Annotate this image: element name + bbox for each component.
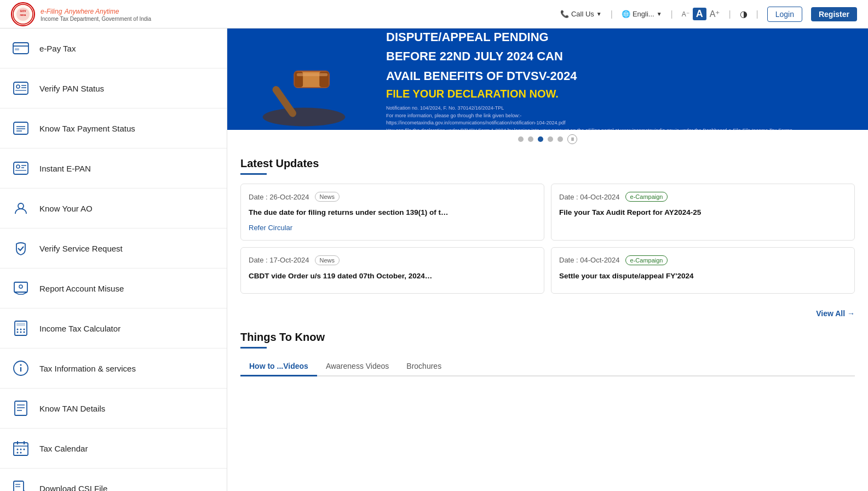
call-us-link[interactable]: 📞 Call Us ▼ — [560, 10, 602, 18]
sidebar-item-instant-epan[interactable]: Instant E-PAN — [0, 149, 227, 189]
sidebar-item-verify-service[interactable]: Verify Service Request — [0, 229, 227, 269]
income-calc-icon — [11, 318, 31, 338]
latest-updates-section: Latest Updates Date : 26-Oct-2024 News T… — [227, 149, 868, 307]
phone-icon: 📞 — [560, 10, 569, 18]
sidebar-item-know-your-ao[interactable]: Know Your AO — [0, 189, 227, 229]
login-button[interactable]: Login — [767, 7, 802, 22]
banner-title-line1: DISPUTE/APPEAL PENDING — [386, 30, 857, 45]
header: GOV INDIA e-Filing Anywhere Anytime Inco… — [0, 0, 868, 28]
latest-updates-underline — [240, 173, 267, 175]
tab-awareness-videos[interactable]: Awareness Videos — [317, 357, 398, 376]
instant-epan-icon — [11, 158, 31, 178]
things-to-know-underline — [240, 347, 267, 349]
language-selector[interactable]: 🌐 Engli... ▼ — [622, 10, 662, 18]
banner-dot-1[interactable] — [518, 136, 524, 142]
font-normal-button[interactable]: A — [693, 8, 706, 20]
sidebar-label-verify-pan: Verify PAN Status — [39, 84, 104, 93]
banner-dot-3[interactable] — [538, 136, 543, 142]
sidebar-item-verify-pan[interactable]: Verify PAN Status — [0, 68, 227, 109]
sidebar-item-income-calc[interactable]: Income Tax Calculator — [0, 309, 227, 349]
main-content: DISPUTE/APPEAL PENDING BEFORE 22ND JULY … — [227, 28, 868, 491]
logo-title-main: e-Filing — [41, 8, 62, 15]
news-grid: Date : 26-Oct-2024 News The due date for… — [240, 184, 855, 294]
contrast-toggle[interactable]: ◑ — [740, 9, 748, 19]
svg-rect-7 — [14, 82, 28, 94]
news-link-0[interactable]: Refer Circular — [249, 224, 292, 232]
banner-note3: https://incometaxindia.gov.in/communicat… — [386, 119, 857, 127]
things-to-know-section: Things To Know How to ...Videos Awarenes… — [227, 322, 868, 385]
things-to-know-title: Things To Know — [240, 331, 855, 344]
svg-point-32 — [17, 332, 19, 333]
news-badge-2: News — [315, 255, 340, 265]
logo-sub: Income Tax Department, Government of Ind… — [41, 16, 151, 22]
banner-dots — [227, 130, 868, 149]
news-badge-1: e-Campaign — [625, 192, 668, 202]
news-date-2: Date : 17-Oct-2024 — [249, 256, 309, 264]
font-decrease-button[interactable]: A⁻ — [682, 10, 689, 18]
sidebar-item-tax-calendar[interactable]: Tax Calendar — [0, 429, 227, 469]
banner-pause-button[interactable] — [567, 134, 577, 144]
news-body-2: CBDT vide Order u/s 119 dated 07th Octob… — [249, 271, 536, 282]
sidebar-label-tax-calendar: Tax Calendar — [39, 444, 88, 453]
sidebar-label-e-pay-tax: e-Pay Tax — [39, 44, 76, 53]
gavel-illustration — [249, 42, 359, 130]
banner-title-line2: BEFORE 22ND JULY 2024 CAN — [386, 49, 857, 64]
news-body-1: File your Tax Audit Report for AY2024-25 — [559, 207, 847, 218]
sidebar-label-tax-info: Tax Information & services — [39, 364, 136, 373]
view-all-link[interactable]: View All → — [816, 309, 855, 318]
sidebar-item-tax-info[interactable]: Tax Information & services — [0, 349, 227, 389]
svg-point-8 — [16, 85, 20, 88]
news-badge-0: News — [315, 192, 340, 202]
chevron-down-icon: ▼ — [657, 11, 662, 17]
svg-rect-22 — [14, 282, 27, 292]
svg-point-47 — [20, 449, 22, 450]
banner-note4: You can file the declaration under DTVSV… — [386, 127, 857, 130]
view-all-row: View All → — [227, 307, 868, 322]
news-card-2: Date : 17-Oct-2024 News CBDT vide Order … — [240, 247, 544, 294]
sidebar-item-download-csi[interactable]: Download CSI File — [0, 469, 227, 491]
svg-rect-51 — [14, 481, 24, 491]
banner-text: DISPUTE/APPEAL PENDING BEFORE 22ND JULY … — [381, 28, 868, 130]
banner-dot-4[interactable] — [548, 136, 553, 142]
svg-point-49 — [17, 452, 19, 454]
news-meta-2: Date : 17-Oct-2024 News — [249, 255, 536, 265]
verify-pan-icon — [11, 78, 31, 98]
tax-calendar-icon — [11, 438, 31, 458]
banner-cta: FILE YOUR DECLARATION NOW. — [386, 88, 857, 100]
sidebar-item-e-pay-tax[interactable]: e-Pay Tax — [0, 28, 227, 68]
chevron-down-icon: ▼ — [596, 11, 602, 17]
latest-updates-title: Latest Updates — [240, 157, 855, 170]
sidebar-label-income-calc: Income Tax Calculator — [39, 324, 120, 333]
sidebar-item-know-tax-payment[interactable]: Know Tax Payment Status — [0, 109, 227, 149]
banner-dot-5[interactable] — [557, 136, 563, 142]
banner-title-line3: AVAIL BENEFITS OF DTVSV-2024 — [386, 68, 857, 84]
sidebar-label-know-your-ao: Know Your AO — [39, 204, 93, 213]
logo-emblem: GOV INDIA — [11, 2, 35, 26]
news-date-1: Date : 04-Oct-2024 — [559, 193, 620, 201]
sidebar-label-download-csi: Download CSI File — [39, 484, 107, 492]
svg-point-31 — [24, 329, 25, 330]
svg-point-30 — [20, 329, 22, 330]
font-increase-button[interactable]: A⁺ — [710, 9, 720, 19]
register-button[interactable]: Register — [811, 7, 857, 21]
sidebar-item-report-misuse[interactable]: Report Account Misuse — [0, 269, 227, 309]
svg-point-17 — [16, 165, 20, 168]
sidebar-label-know-tan: Know TAN Details — [39, 404, 105, 413]
banner-image — [227, 28, 381, 130]
know-tan-icon — [11, 398, 31, 418]
news-meta-3: Date : 04-Oct-2024 e-Campaign — [559, 255, 847, 265]
tab-how-to-videos[interactable]: How to ...Videos — [240, 357, 317, 376]
news-body-3: Settle your tax dispute/appeal FY'2024 — [559, 271, 847, 282]
svg-text:GOV: GOV — [20, 9, 26, 13]
svg-point-60 — [263, 108, 346, 127]
sidebar-item-know-tan[interactable]: Know TAN Details — [0, 389, 227, 429]
svg-point-34 — [24, 332, 25, 333]
font-controls: A⁻ A A⁺ — [682, 8, 720, 20]
body-wrap: e-Pay Tax Verify PAN Status Know Tax Pay… — [0, 28, 868, 491]
header-right: 📞 Call Us ▼ | 🌐 Engli... ▼ | A⁻ A A⁺ | ◑… — [560, 7, 857, 22]
e-pay-tax-icon — [11, 38, 31, 58]
banner-dot-2[interactable] — [528, 136, 533, 142]
sidebar-label-instant-epan: Instant E-PAN — [39, 164, 91, 173]
sidebar-label-verify-service: Verify Service Request — [39, 244, 123, 253]
tab-brochures[interactable]: Brochures — [398, 357, 450, 376]
